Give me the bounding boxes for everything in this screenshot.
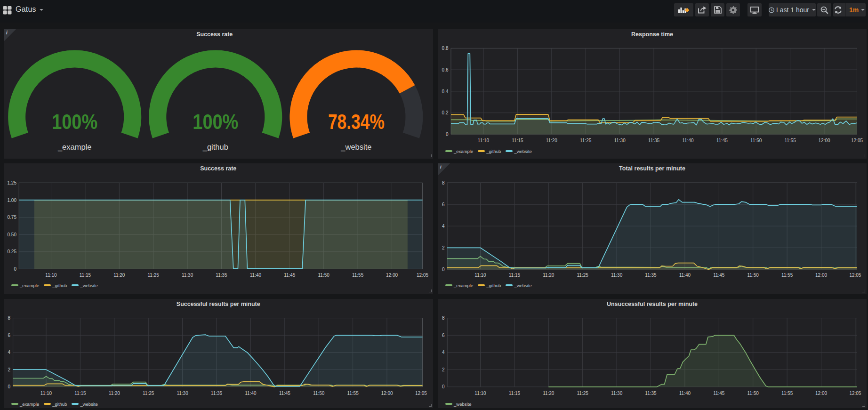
svg-text:11:25: 11:25 xyxy=(148,273,160,278)
svg-text:11:30: 11:30 xyxy=(611,273,623,278)
svg-text:11:20: 11:20 xyxy=(546,138,558,143)
svg-text:11:50: 11:50 xyxy=(747,391,759,396)
svg-text:100%: 100% xyxy=(193,110,238,134)
svg-text:11:55: 11:55 xyxy=(781,273,793,278)
svg-text:11:10: 11:10 xyxy=(45,273,57,278)
svg-text:0.75: 0.75 xyxy=(8,215,17,220)
svg-text:12:05: 12:05 xyxy=(415,391,427,396)
svg-text:11:45: 11:45 xyxy=(279,391,291,396)
svg-text:6: 6 xyxy=(442,202,445,207)
svg-text:0: 0 xyxy=(446,132,449,137)
svg-text:0.2: 0.2 xyxy=(442,110,449,115)
svg-text:_website: _website xyxy=(340,143,371,152)
svg-text:12:05: 12:05 xyxy=(849,273,861,278)
svg-text:4: 4 xyxy=(442,350,445,355)
svg-text:11:40: 11:40 xyxy=(679,273,691,278)
svg-text:11:40: 11:40 xyxy=(245,391,257,396)
svg-text:0: 0 xyxy=(14,266,16,272)
svg-text:8: 8 xyxy=(442,315,445,321)
svg-text:0: 0 xyxy=(442,384,445,389)
svg-text:100%: 100% xyxy=(52,110,97,134)
svg-text:11:30: 11:30 xyxy=(614,138,626,143)
svg-text:78.34%: 78.34% xyxy=(328,110,385,134)
svg-text:2: 2 xyxy=(442,245,445,250)
svg-text:11:40: 11:40 xyxy=(250,273,262,278)
svg-text:11:20: 11:20 xyxy=(113,273,125,278)
svg-text:11:50: 11:50 xyxy=(313,391,325,396)
svg-text:12:05: 12:05 xyxy=(417,273,428,278)
svg-text:11:40: 11:40 xyxy=(679,391,691,396)
svg-text:11:25: 11:25 xyxy=(577,273,589,278)
svg-text:11:10: 11:10 xyxy=(474,391,486,396)
svg-text:11:35: 11:35 xyxy=(645,391,657,396)
svg-text:12:00: 12:00 xyxy=(815,273,827,278)
svg-text:11:25: 11:25 xyxy=(577,391,589,396)
svg-text:0.50: 0.50 xyxy=(8,232,17,237)
svg-text:12:00: 12:00 xyxy=(815,391,827,396)
svg-text:1.25: 1.25 xyxy=(8,180,17,185)
svg-text:11:35: 11:35 xyxy=(648,138,660,143)
svg-text:4: 4 xyxy=(8,350,10,355)
svg-text:11:45: 11:45 xyxy=(284,273,296,278)
svg-text:0: 0 xyxy=(442,267,445,272)
svg-text:11:15: 11:15 xyxy=(74,391,86,396)
svg-text:11:25: 11:25 xyxy=(143,391,154,396)
svg-text:0.8: 0.8 xyxy=(442,46,449,51)
svg-text:12:05: 12:05 xyxy=(851,138,863,143)
svg-text:_example: _example xyxy=(57,143,92,152)
svg-text:11:10: 11:10 xyxy=(478,138,490,143)
svg-text:_github: _github xyxy=(202,143,228,152)
svg-text:11:55: 11:55 xyxy=(781,391,793,396)
svg-text:11:55: 11:55 xyxy=(347,391,359,396)
svg-text:11:55: 11:55 xyxy=(784,138,796,143)
svg-text:2: 2 xyxy=(8,367,10,372)
svg-text:2: 2 xyxy=(442,367,445,372)
svg-text:11:15: 11:15 xyxy=(509,273,521,278)
svg-text:12:00: 12:00 xyxy=(381,391,393,396)
svg-text:11:20: 11:20 xyxy=(543,273,555,278)
svg-text:11:20: 11:20 xyxy=(109,391,121,396)
svg-text:11:45: 11:45 xyxy=(713,391,725,396)
svg-text:11:45: 11:45 xyxy=(716,138,728,143)
svg-text:11:15: 11:15 xyxy=(509,391,521,396)
svg-text:11:20: 11:20 xyxy=(543,391,555,396)
svg-text:6: 6 xyxy=(8,333,10,338)
svg-text:11:30: 11:30 xyxy=(611,391,623,396)
svg-text:11:30: 11:30 xyxy=(177,391,188,396)
svg-text:11:35: 11:35 xyxy=(216,273,227,278)
svg-text:11:35: 11:35 xyxy=(645,273,657,278)
svg-text:0: 0 xyxy=(8,384,10,389)
svg-text:11:40: 11:40 xyxy=(682,138,694,143)
svg-text:1.00: 1.00 xyxy=(8,198,17,203)
svg-text:11:50: 11:50 xyxy=(747,273,759,278)
svg-text:11:10: 11:10 xyxy=(474,273,486,278)
svg-text:11:30: 11:30 xyxy=(182,273,193,278)
svg-text:12:00: 12:00 xyxy=(818,138,830,143)
svg-text:8: 8 xyxy=(442,180,445,185)
svg-text:11:55: 11:55 xyxy=(352,273,364,278)
svg-text:11:45: 11:45 xyxy=(713,273,725,278)
svg-text:11:35: 11:35 xyxy=(211,391,223,396)
svg-text:12:05: 12:05 xyxy=(849,391,861,396)
svg-text:4: 4 xyxy=(442,224,445,229)
svg-text:11:15: 11:15 xyxy=(80,273,91,278)
svg-text:0.25: 0.25 xyxy=(8,249,17,254)
svg-text:0.4: 0.4 xyxy=(442,89,449,94)
svg-text:11:50: 11:50 xyxy=(750,138,762,143)
svg-text:11:50: 11:50 xyxy=(318,273,330,278)
svg-text:8: 8 xyxy=(8,315,10,321)
svg-text:0.6: 0.6 xyxy=(442,67,449,72)
svg-text:11:25: 11:25 xyxy=(580,138,592,143)
svg-text:6: 6 xyxy=(442,333,445,338)
svg-text:12:00: 12:00 xyxy=(386,273,398,278)
svg-text:11:10: 11:10 xyxy=(40,391,52,396)
svg-text:11:15: 11:15 xyxy=(512,138,523,143)
